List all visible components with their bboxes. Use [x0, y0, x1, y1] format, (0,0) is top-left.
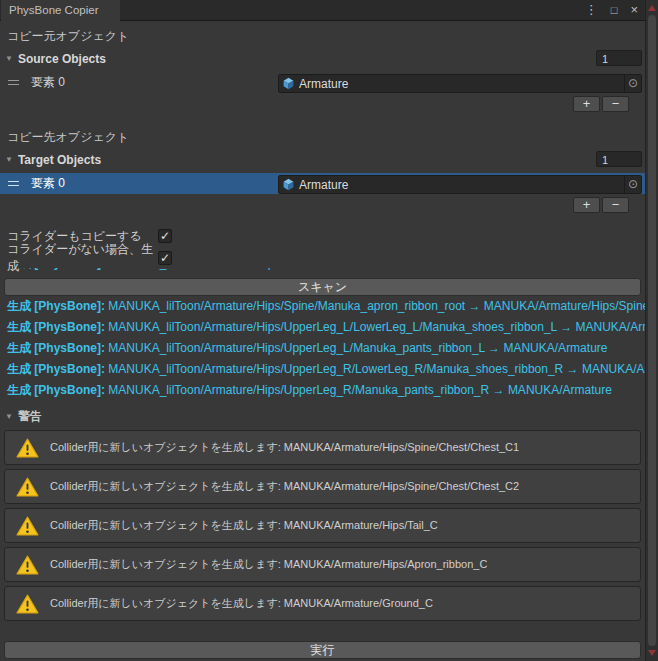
log-line: 生成 [PhysBone]: MANUKA_lilToon/Armature/H…: [0, 380, 645, 401]
foldout-arrow-icon: ▼: [5, 155, 13, 164]
warnings-foldout[interactable]: ▼ 警告: [0, 407, 645, 426]
target-section-heading: コピー先オブジェクト: [0, 113, 645, 148]
menu-icon[interactable]: ⋮: [585, 0, 598, 20]
title-bar: PhysBone Copier ⋮ □ ×: [0, 0, 658, 21]
log-line: 生成 [PhysBone]: MANUKA_lilToon/Armature/H…: [0, 359, 645, 380]
window-title: PhysBone Copier: [9, 4, 99, 16]
warning-text: Collider用に新しいオブジェクトを生成します: MANUKA/Armatu…: [50, 557, 487, 572]
source-object-field[interactable]: Armature ⊙: [278, 74, 642, 93]
warning-icon: [16, 477, 39, 497]
source-foldout-label: Source Objects: [18, 52, 106, 66]
object-picker-icon[interactable]: ⊙: [624, 75, 641, 92]
warning-item: Collider用に新しいオブジェクトを生成します: MANUKA/Armatu…: [4, 586, 641, 621]
main-content: コピー元オブジェクト ▼ Source Objects 1 要素 0 Armat…: [0, 21, 645, 661]
target-object-field[interactable]: Armature ⊙: [278, 175, 642, 194]
log-line: 生成 [PhysBone]: MANUKA_lilToon/Armature/H…: [0, 296, 645, 317]
warning-item: Collider用に新しいオブジェクトを生成します: MANUKA/Armatu…: [4, 547, 641, 582]
warning-icon: [16, 516, 39, 536]
scrollbar-thumb[interactable]: [648, 15, 656, 646]
source-element-row[interactable]: 要素 0 Armature ⊙: [0, 72, 645, 93]
create-collider-checkbox[interactable]: ✓: [158, 251, 172, 265]
target-array-size-field[interactable]: 1: [596, 151, 642, 167]
source-objects-foldout[interactable]: ▼ Source Objects 1: [0, 49, 645, 68]
execute-button[interactable]: 実行: [4, 641, 641, 659]
create-collider-option: コライダーがない場合、生成 ✓: [0, 248, 645, 268]
source-section-heading: コピー元オブジェクト: [0, 21, 645, 47]
source-list-footer: + −: [0, 96, 629, 113]
target-list-footer: + −: [0, 197, 629, 214]
log-line: 生成 [PhysBone]: MANUKA_lilToon/Armature/H…: [0, 317, 645, 338]
copy-colliders-checkbox[interactable]: ✓: [158, 229, 172, 243]
source-add-element-button[interactable]: +: [573, 96, 600, 112]
target-foldout-label: Target Objects: [18, 153, 101, 167]
maximize-icon[interactable]: □: [611, 0, 618, 20]
target-remove-element-button[interactable]: −: [602, 197, 629, 213]
window-controls: ⋮ □ ×: [585, 0, 638, 20]
target-objects-foldout[interactable]: ▼ Target Objects 1: [0, 150, 645, 169]
object-picker-icon[interactable]: ⊙: [624, 176, 641, 193]
foldout-arrow-icon: ▼: [5, 54, 13, 63]
drag-handle-icon[interactable]: [8, 80, 19, 85]
prefab-cube-icon: [282, 178, 295, 191]
source-array-size-field[interactable]: 1: [596, 50, 642, 66]
warning-icon: [16, 438, 39, 458]
log-line: 生成 [PhysBone]: MANUKA_lilToon/Armature/H…: [0, 338, 645, 359]
warning-text: Collider用に新しいオブジェクトを生成します: MANUKA/Armatu…: [50, 596, 433, 611]
target-object-name: Armature: [299, 178, 624, 192]
warning-item: Collider用に新しいオブジェクトを生成します: MANUKA/Armatu…: [4, 469, 641, 504]
warning-text: Collider用に新しいオブジェクトを生成します: MANUKA/Armatu…: [50, 440, 519, 455]
warning-icon: [16, 594, 39, 614]
scroll-up-icon[interactable]: [648, 5, 656, 11]
warning-icon: [16, 555, 39, 575]
target-add-element-button[interactable]: +: [573, 197, 600, 213]
drag-handle-icon[interactable]: [8, 181, 19, 186]
prefab-cube-icon: [282, 77, 295, 90]
scan-button[interactable]: スキャン: [4, 278, 641, 296]
vertical-scrollbar[interactable]: [645, 0, 658, 661]
warning-item: Collider用に新しいオブジェクトを生成します: MANUKA/Armatu…: [4, 508, 641, 543]
source-object-name: Armature: [299, 77, 624, 91]
window-tab[interactable]: PhysBone Copier: [1, 0, 120, 21]
physbone-copier-window: PhysBone Copier ⋮ □ × コピー元オブジェクト ▼ Sourc…: [0, 0, 658, 661]
source-element-label: 要素 0: [31, 74, 65, 91]
warning-item: Collider用に新しいオブジェクトを生成します: MANUKA/Armatu…: [4, 430, 641, 465]
warning-text: Collider用に新しいオブジェクトを生成します: MANUKA/Armatu…: [50, 479, 519, 494]
scroll-down-icon[interactable]: [648, 650, 656, 656]
target-element-row[interactable]: 要素 0 Armature ⊙: [0, 173, 645, 194]
warning-text: Collider用に新しいオブジェクトを生成します: MANUKA/Armatu…: [50, 518, 438, 533]
target-element-label: 要素 0: [31, 175, 65, 192]
foldout-arrow-icon: ▼: [5, 412, 13, 421]
source-remove-element-button[interactable]: −: [602, 96, 629, 112]
warnings-foldout-label: 警告: [18, 408, 42, 425]
close-icon[interactable]: ×: [630, 0, 638, 20]
log-line-clipped: 生成 [PhysBone]: MANUKA_lilToon/Armature/H…: [7, 268, 645, 276]
